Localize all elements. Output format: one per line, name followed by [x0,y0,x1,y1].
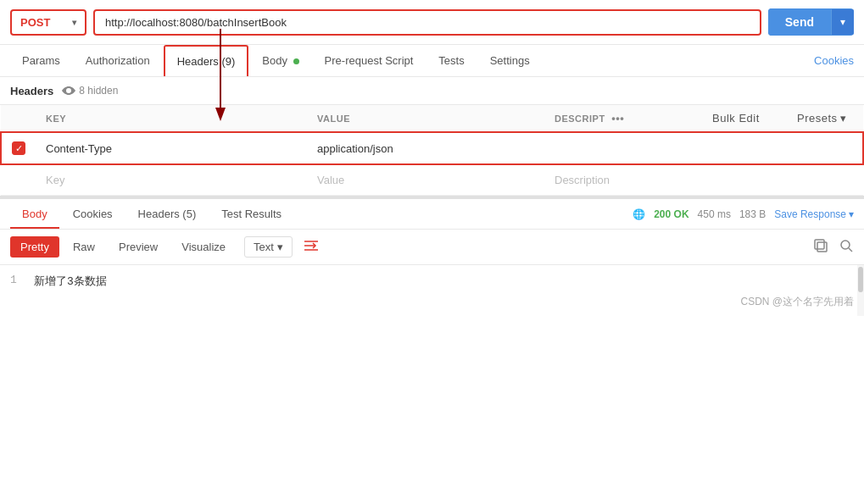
col-description: DESCRIPT ••• [544,105,702,132]
format-tab-raw[interactable]: Raw [63,236,105,258]
format-tab-preview[interactable]: Preview [109,236,168,258]
tab-headers[interactable]: Headers (9) [164,45,249,76]
url-bar: POST ▾ http://localhost:8080/batchInsert… [0,0,864,45]
response-tab-body[interactable]: Body [10,199,59,229]
col-more-icon: ••• [611,112,624,125]
format-tab-bar: Pretty Raw Preview Visualize Text ▾ [0,230,864,265]
response-status-bar: 🌐 200 OK 450 ms 183 B Save Response ▾ [633,208,854,220]
svg-rect-4 [817,242,827,252]
send-button-group: Send ▾ [768,8,854,36]
response-time: 450 ms [698,208,731,220]
tab-params[interactable]: Params [10,46,72,75]
status-ok: 200 OK [654,208,688,220]
method-chevron-icon: ▾ [72,18,76,27]
table-row: ✓ Content-Type application/json [1,132,863,164]
response-tab-test-results[interactable]: Test Results [209,199,293,229]
row-value-cell[interactable]: application/json [307,132,544,164]
tab-tests[interactable]: Tests [426,46,476,75]
row-bulk-cell [702,132,787,164]
wrap-text-icon[interactable] [303,238,320,256]
response-tab-headers[interactable]: Headers (5) [126,199,209,229]
hidden-badge: 8 hidden [62,84,118,97]
eye-icon [62,84,75,97]
hidden-count: 8 hidden [79,85,118,97]
tab-body[interactable]: Body [250,46,310,75]
body-active-dot [293,58,299,64]
format-type-selector[interactable]: Text ▾ [244,236,293,258]
col-presets[interactable]: Presets ▾ [787,105,863,132]
row-desc-cell[interactable] [544,132,702,164]
cookies-link[interactable]: Cookies [814,54,854,67]
watermark: CSDN @这个名字先用着 [740,295,854,309]
svg-rect-5 [815,240,824,249]
row-key-cell[interactable]: Content-Type [36,132,307,164]
empty-key-cell[interactable]: Key [36,164,307,196]
row-presets-cell [787,132,863,164]
row-checkbox-cell[interactable]: ✓ [1,132,36,164]
col-key: KEY [36,105,307,132]
line-number: 1 [10,274,24,307]
format-type-chevron-icon: ▾ [277,241,283,253]
empty-desc-cell[interactable]: Description [544,164,702,196]
response-size: 183 B [739,208,766,220]
checkbox-checked-icon[interactable]: ✓ [12,141,25,155]
scrollbar-thumb[interactable] [858,267,863,292]
response-body-wrapper: 1 新增了3条数据 [0,265,864,316]
tab-settings[interactable]: Settings [478,46,542,75]
col-checkbox [1,105,36,132]
response-section: Body Cookies Headers (5) Test Results 🌐 … [0,196,864,316]
send-button[interactable]: Send [768,8,831,36]
headers-section-label: Headers [10,85,53,97]
url-input[interactable]: http://localhost:8080/batchInsertBook [93,9,761,36]
scrollbar-track[interactable] [857,265,864,316]
tab-pre-request-script[interactable]: Pre-request Script [313,46,426,75]
format-tab-pretty[interactable]: Pretty [10,236,59,258]
table-row-empty: Key Value Description [1,164,863,196]
empty-bulk-cell [702,164,787,196]
format-tab-visualize[interactable]: Visualize [171,236,236,258]
method-label: POST [20,16,50,29]
svg-point-6 [841,241,850,249]
svg-line-7 [849,248,852,252]
save-response-button[interactable]: Save Response ▾ [774,208,854,220]
copy-icon[interactable] [813,238,828,257]
tab-authorization[interactable]: Authorization [74,46,162,75]
main-tab-nav: Params Authorization Headers (9) Body Pr… [0,45,864,77]
save-response-chevron-icon: ▾ [849,208,854,220]
headers-table: KEY VALUE DESCRIPT ••• Bulk Edit Presets… [0,105,864,196]
col-bulk-edit[interactable]: Bulk Edit [702,105,787,132]
search-icon[interactable] [839,238,854,257]
response-tab-nav: Body Cookies Headers (5) Test Results 🌐 … [0,199,864,230]
empty-checkbox-cell [1,164,36,196]
headers-section-bar: Headers 8 hidden [0,77,864,105]
col-value: VALUE [307,105,544,132]
response-content: 新增了3条数据 [34,274,107,307]
globe-icon: 🌐 [633,208,645,220]
url-text: http://localhost:8080/batchInsertBook [105,16,287,29]
response-tab-cookies[interactable]: Cookies [61,199,125,229]
send-dropdown-button[interactable]: ▾ [831,9,854,35]
empty-presets-cell [787,164,863,196]
presets-chevron-icon: ▾ [840,112,847,125]
format-action-buttons [813,238,854,257]
response-body: 1 新增了3条数据 [0,265,864,316]
method-selector[interactable]: POST ▾ [10,9,86,36]
empty-value-cell[interactable]: Value [307,164,544,196]
headers-table-area: KEY VALUE DESCRIPT ••• Bulk Edit Presets… [0,105,864,196]
